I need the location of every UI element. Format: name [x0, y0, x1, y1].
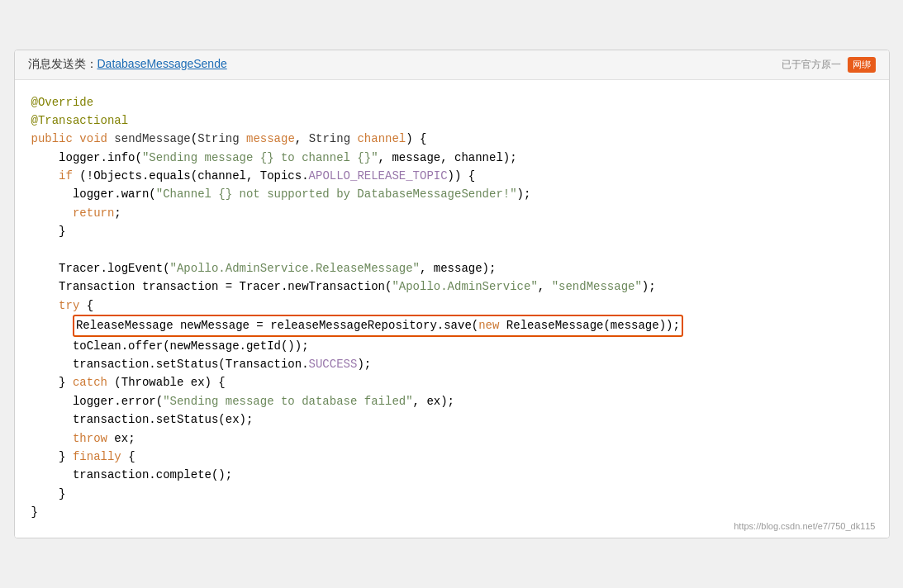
header-title: 消息发送类：DatabaseMessageSende	[28, 57, 227, 72]
code-line-brace1: }	[31, 222, 872, 240]
code-line-logger3: logger.error("Sending message to databas…	[31, 392, 872, 410]
code-container: 消息发送类：DatabaseMessageSende 已于官方原一 网绑 @Ov…	[14, 50, 890, 539]
code-line-try: try {	[31, 296, 872, 315]
code-line-setstatus: transaction.setStatus(Transaction.SUCCES…	[31, 355, 872, 373]
footer-watermark: https://blog.csdn.net/e7/750_dk115	[734, 521, 875, 531]
code-line-method: public void sendMessage(String message, …	[31, 130, 872, 148]
header-link[interactable]: DatabaseMessageSende	[97, 57, 227, 70]
code-line-transaction: Transaction transaction = Tracer.newTran…	[31, 277, 872, 296]
code-line-toclean: toClean.offer(newMessage.getId());	[31, 337, 872, 355]
header-prefix: 消息发送类：	[28, 57, 97, 70]
code-line-finally: } finally {	[31, 448, 872, 466]
header: 消息发送类：DatabaseMessageSende 已于官方原一 网绑	[15, 50, 889, 80]
code-line-tracer1: Tracer.logEvent("Apollo.AdminService.Rel…	[31, 259, 872, 277]
code-line-complete: transaction.complete();	[31, 466, 872, 484]
code-line-annotation1: @Override	[31, 93, 872, 111]
code-line-brace2: }	[31, 485, 872, 503]
code-line-catch: } catch (Throwable ex) {	[31, 373, 872, 391]
code-line-annotation2: @Transactional	[31, 111, 872, 130]
code-line-logger1: logger.info("Sending message {} to chann…	[31, 149, 872, 167]
code-line-setstatus2: transaction.setStatus(ex);	[31, 410, 872, 429]
code-line-logger2: logger.warn("Channel {} not supported by…	[31, 185, 872, 203]
highlight-box: ReleaseMessage newMessage = releaseMessa…	[73, 315, 683, 336]
code-line-return: return;	[31, 204, 872, 222]
code-body: @Override @Transactional public void sen…	[15, 80, 889, 538]
code-line-throw: throw ex;	[31, 429, 872, 448]
logo-badge: 网绑	[848, 57, 876, 73]
header-watermark: 已于官方原一	[782, 58, 841, 72]
code-line-new-message: ReleaseMessage newMessage = releaseMessa…	[31, 315, 872, 336]
code-line-blank1	[31, 241, 872, 259]
header-right: 已于官方原一 网绑	[782, 57, 876, 73]
code-line-brace3: }	[31, 503, 872, 521]
code-line-if: if (!Objects.equals(channel, Topics.APOL…	[31, 167, 872, 185]
